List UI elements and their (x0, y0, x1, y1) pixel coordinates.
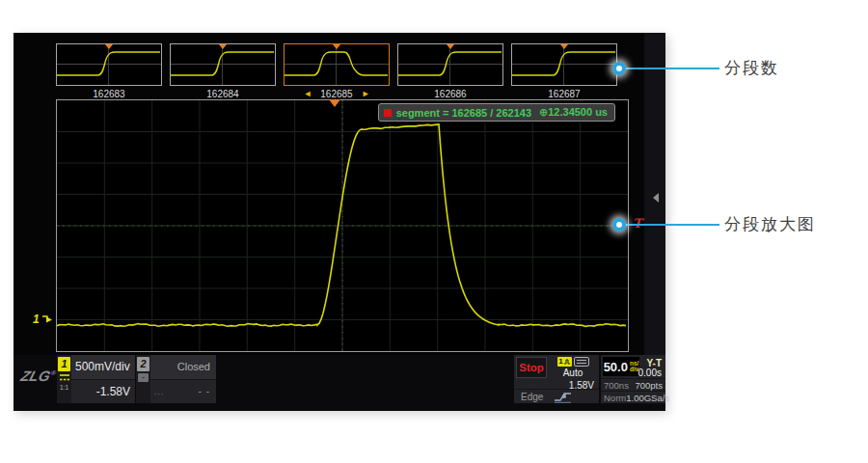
segment-thumbnail-frame[interactable] (511, 43, 617, 86)
thumb-waveform (285, 44, 389, 85)
callout-label-segment-zoom: 分段放大图 (724, 215, 816, 234)
segment-number: 162687 (511, 89, 617, 99)
thumb-waveform (171, 44, 275, 85)
channel1-badge: 1 (58, 357, 70, 371)
trigger-position-triangle-icon[interactable] (329, 99, 340, 107)
run-stop-button[interactable]: Stop (516, 357, 547, 378)
callout-line (625, 68, 719, 69)
thumb-waveform (512, 44, 616, 85)
thumb-waveform (398, 44, 502, 85)
waveform-display: segment = 162685 / 262143 ⊕12.34500 us (56, 99, 629, 352)
segment-info-badge: segment = 162685 / 262143 ⊕12.34500 us (378, 103, 615, 122)
segment-thumbnail-frame[interactable] (284, 43, 390, 86)
callout-dot-zoom-view (612, 218, 626, 232)
thumb-trigger-tick-icon (333, 44, 340, 49)
segment-number: 162683 (56, 89, 162, 99)
segment-time-text: ⊕12.34500 us (539, 106, 608, 119)
next-segment-arrow[interactable]: ► (362, 89, 370, 99)
channel2-dots: ... (150, 387, 165, 396)
thumb-trigger-tick-icon (447, 44, 454, 49)
zlg-logo: ZLG® (19, 368, 58, 384)
oscilloscope-screen: 162683 162684 ◄ 162685 ► (14, 33, 665, 411)
clock-plus-icon: ⊕ (539, 106, 548, 118)
record-points: 700pts (635, 380, 665, 391)
channel2-badge-column: 2 - (136, 355, 150, 403)
channel2-badge: 2 (137, 357, 149, 371)
timebase-block[interactable]: 50.0 ns/ div Y-T 0.00s 700ns 700pts Norm… (601, 355, 665, 403)
trigger-block[interactable]: Stop 1 (514, 355, 599, 403)
segment-thumbnail-frame[interactable] (397, 43, 503, 86)
channel1-badge-column: 1 1:1 (57, 355, 71, 403)
sample-rate: 1.00GSa/s (626, 393, 672, 403)
segment-thumbnail-5[interactable]: 162687 (511, 43, 617, 99)
thumb-trigger-tick-icon (560, 44, 568, 49)
thumb-waveform (57, 44, 161, 85)
display-icon (574, 357, 589, 367)
acquire-mode: Norm (601, 393, 626, 403)
channel2-offset: - - (199, 386, 216, 396)
thumb-trigger-tick-icon (219, 44, 227, 49)
channel2-status: Closed (177, 361, 216, 372)
rising-edge-icon (553, 391, 576, 403)
square-wave-icon (564, 359, 570, 365)
channel1-block[interactable]: 1 1:1 500mV/div -1.58V (57, 355, 135, 403)
segment-number: 162686 (397, 89, 503, 99)
segment-thumbnail-frame[interactable] (56, 43, 162, 86)
timebase-scale: 50.0 (604, 360, 628, 374)
channel-arrow-icon (41, 313, 53, 325)
segment-thumbnail-frame[interactable] (170, 43, 276, 86)
page: 162683 162684 ◄ 162685 ► (0, 0, 868, 463)
trigger-type: Edge (514, 392, 543, 402)
record-square-icon (384, 109, 392, 117)
channel1-reference-marker[interactable]: 1 (33, 313, 53, 326)
trigger-source-area: 1 Auto (550, 357, 596, 378)
segment-thumbnail-1[interactable]: 162683 (56, 43, 162, 99)
timebase-scale-box[interactable]: 50.0 ns/ div (603, 357, 639, 376)
segment-count-text: segment = 162685 / 262143 (396, 107, 531, 119)
side-menu-strip (644, 33, 665, 355)
callout-dot-segments (612, 62, 626, 75)
channel1-offset: -1.58V (96, 385, 135, 398)
channel2-block[interactable]: 2 - Closed ... - - (136, 355, 216, 403)
main-waveform (57, 100, 628, 351)
segment-number: 162685 (320, 89, 352, 99)
segment-thumbnail-2[interactable]: 162684 (170, 43, 276, 99)
dc-coupling-icon (59, 373, 70, 382)
thumb-trigger-tick-icon (105, 44, 113, 49)
capture-window: 700ns (601, 380, 629, 391)
segment-thumbnail-3-selected[interactable]: ◄ 162685 ► (284, 43, 390, 99)
horizontal-offset: 0.00s (638, 368, 662, 378)
menu-collapse-arrow-icon[interactable] (653, 193, 659, 203)
trigger-source-badge: 1 (557, 357, 572, 367)
segment-thumbnail-4[interactable]: 162686 (397, 43, 503, 99)
channel1-scale: 500mV/div (71, 360, 130, 373)
trigger-mode: Auto (563, 368, 583, 378)
callout-line (625, 224, 719, 226)
status-bar: ZLG® 1 1:1 500mV/div -1.58V (14, 355, 665, 411)
channel2-coupling-box: - (138, 373, 149, 382)
segment-number: 162684 (170, 89, 276, 99)
probe-ratio: 1:1 (60, 384, 68, 391)
prev-segment-arrow[interactable]: ◄ (303, 89, 312, 99)
callout-label-segment-count: 分段数 (724, 59, 779, 78)
